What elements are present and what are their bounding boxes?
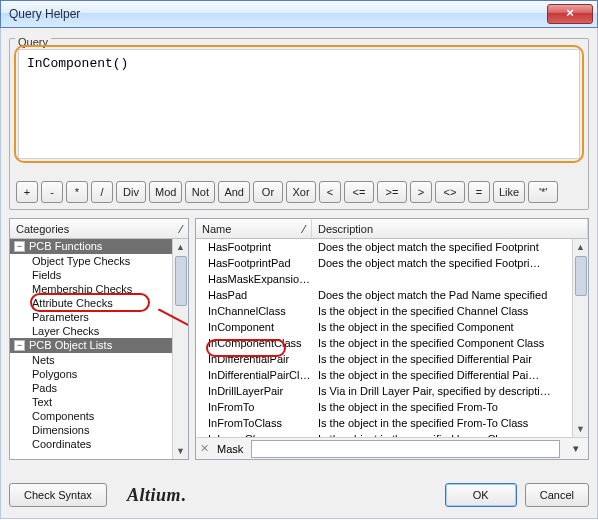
window-body: Query InComponent() +-*/DivModNotAndOrXo… (0, 28, 598, 519)
category-item[interactable]: Object Type Checks (10, 254, 188, 268)
operator-button[interactable]: >= (377, 181, 407, 203)
function-name: InDifferentialPairCl… (196, 369, 312, 381)
category-item[interactable]: Layer Checks (10, 324, 188, 338)
scroll-thumb[interactable] (175, 256, 187, 306)
mask-input[interactable] (251, 440, 560, 458)
function-description: Is Via in Drill Layer Pair, specified by… (312, 385, 588, 397)
function-name: HasMaskExpansio… (196, 273, 312, 285)
name-header-label: Name (202, 223, 231, 235)
category-group[interactable]: −PCB Functions (10, 239, 188, 254)
operator-button[interactable]: Not (185, 181, 215, 203)
function-row[interactable]: InComponentIs the object in the specifie… (196, 319, 588, 335)
function-row[interactable]: HasFootprintDoes the object match the sp… (196, 239, 588, 255)
function-row[interactable]: InFromToIs the object in the specified F… (196, 399, 588, 415)
function-description: Does the object match the specified Foot… (312, 257, 588, 269)
query-label: Query (15, 36, 51, 48)
scroll-up-icon[interactable]: ▲ (574, 239, 588, 255)
description-column-header[interactable]: Description (312, 219, 588, 238)
mask-row: ✕ Mask ▾ (196, 437, 588, 459)
category-item[interactable]: Dimensions (10, 423, 188, 437)
mask-clear-icon[interactable]: ✕ (200, 442, 209, 455)
functions-header: Name ⁄ Description (196, 219, 588, 239)
function-description: Does the object match the Pad Name speci… (312, 289, 588, 301)
scroll-down-icon[interactable]: ▼ (574, 421, 588, 437)
tree-toggle-icon[interactable]: − (14, 241, 25, 252)
bottom-bar: Check Syntax Altium. OK Cancel (9, 480, 589, 510)
function-description: Is the object in the specified Component (312, 321, 588, 333)
operator-button[interactable]: > (410, 181, 432, 203)
sort-icon: ⁄ (303, 223, 305, 235)
tree-toggle-icon[interactable]: − (14, 340, 25, 351)
operator-button[interactable]: / (91, 181, 113, 203)
mask-label: Mask (217, 443, 243, 455)
operator-button[interactable]: Xor (286, 181, 316, 203)
function-row[interactable]: InDifferentialPairIs the object in the s… (196, 351, 588, 367)
categories-list: −PCB FunctionsObject Type ChecksFieldsMe… (10, 239, 188, 459)
function-row[interactable]: InDifferentialPairCl…Is the object in th… (196, 367, 588, 383)
scroll-up-icon[interactable]: ▲ (174, 239, 188, 255)
operator-button[interactable]: - (41, 181, 63, 203)
function-row[interactable]: InDrillLayerPairIs Via in Drill Layer Pa… (196, 383, 588, 399)
function-name: InComponentClass (196, 337, 312, 349)
operator-button[interactable]: * (66, 181, 88, 203)
operator-button[interactable]: Like (493, 181, 525, 203)
function-row[interactable]: HasMaskExpansio… (196, 271, 588, 287)
operator-button[interactable]: '*' (528, 181, 558, 203)
ok-button[interactable]: OK (445, 483, 517, 507)
categories-panel: Categories ⁄ −PCB FunctionsObject Type C… (9, 218, 189, 460)
functions-scrollbar[interactable]: ▲ ▼ (572, 239, 588, 437)
cancel-button[interactable]: Cancel (525, 483, 589, 507)
name-column-header[interactable]: Name ⁄ (196, 219, 312, 238)
description-header-label: Description (318, 223, 373, 235)
function-description: Is the object in the specified Different… (312, 353, 588, 365)
scroll-thumb[interactable] (575, 256, 587, 296)
function-name: InFromTo (196, 401, 312, 413)
operator-button[interactable]: <= (344, 181, 374, 203)
functions-list: HasFootprintDoes the object match the sp… (196, 239, 588, 437)
function-name: HasFootprint (196, 241, 312, 253)
mask-dropdown-icon[interactable]: ▾ (568, 442, 584, 455)
category-item[interactable]: Attribute Checks (10, 296, 188, 310)
function-row[interactable]: HasPadDoes the object match the Pad Name… (196, 287, 588, 303)
operator-button[interactable]: Div (116, 181, 146, 203)
operator-button[interactable]: Or (253, 181, 283, 203)
categories-header[interactable]: Categories ⁄ (10, 219, 188, 239)
close-button[interactable]: × (547, 4, 593, 24)
operator-button[interactable]: + (16, 181, 38, 203)
category-group[interactable]: −PCB Object Lists (10, 338, 188, 353)
categories-scrollbar[interactable]: ▲ ▼ (172, 239, 188, 459)
category-group-label: PCB Object Lists (29, 339, 112, 351)
function-name: HasPad (196, 289, 312, 301)
category-item[interactable]: Components (10, 409, 188, 423)
category-item[interactable]: Pads (10, 381, 188, 395)
check-syntax-button[interactable]: Check Syntax (9, 483, 107, 507)
category-item[interactable]: Fields (10, 268, 188, 282)
category-item[interactable]: Nets (10, 353, 188, 367)
function-description: Is the object in the specified From-To (312, 401, 588, 413)
function-name: InFromToClass (196, 417, 312, 429)
function-row[interactable]: InChannelClassIs the object in the speci… (196, 303, 588, 319)
operator-button[interactable]: = (468, 181, 490, 203)
category-item[interactable]: Coordinates (10, 437, 188, 451)
operator-button[interactable]: And (218, 181, 250, 203)
scroll-down-icon[interactable]: ▼ (174, 443, 188, 459)
window-title: Query Helper (9, 7, 80, 21)
query-frame: InComponent() +-*/DivModNotAndOrXor<<=>=… (9, 38, 589, 210)
category-item[interactable]: Parameters (10, 310, 188, 324)
titlebar: Query Helper × (0, 0, 598, 28)
query-textarea[interactable]: InComponent() (18, 49, 580, 159)
category-item[interactable]: Polygons (10, 367, 188, 381)
function-row[interactable]: InComponentClassIs the object in the spe… (196, 335, 588, 351)
operator-button[interactable]: < (319, 181, 341, 203)
category-item[interactable]: Membership Checks (10, 282, 188, 296)
category-item[interactable]: Text (10, 395, 188, 409)
query-group: Query InComponent() +-*/DivModNotAndOrXo… (9, 38, 589, 210)
function-row[interactable]: HasFootprintPadDoes the object match the… (196, 255, 588, 271)
function-row[interactable]: InLayerClassIs the object in the specifi… (196, 431, 588, 437)
function-row[interactable]: InFromToClassIs the object in the specif… (196, 415, 588, 431)
function-description: Is the object in the specified Component… (312, 337, 588, 349)
operator-button[interactable]: Mod (149, 181, 182, 203)
operator-button[interactable]: <> (435, 181, 465, 203)
function-name: HasFootprintPad (196, 257, 312, 269)
function-name: InDifferentialPair (196, 353, 312, 365)
